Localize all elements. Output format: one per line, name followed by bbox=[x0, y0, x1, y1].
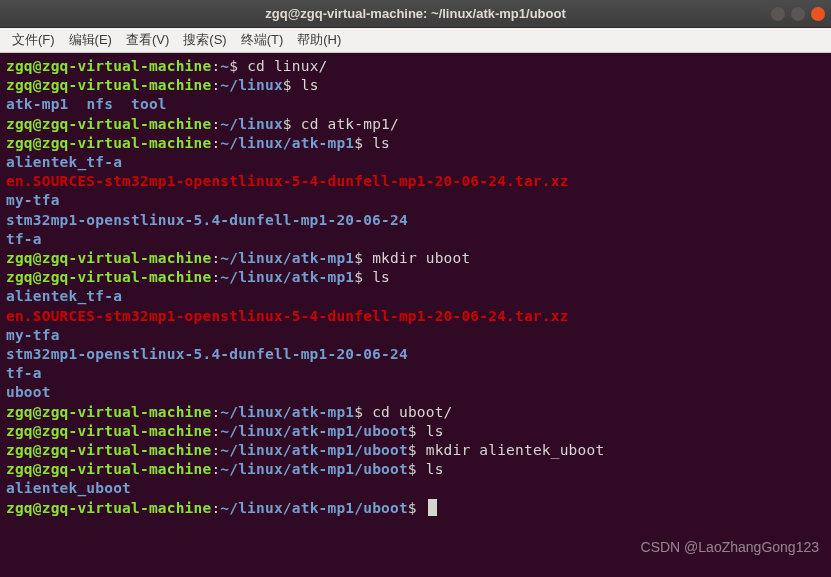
prompt-sep: : bbox=[211, 58, 220, 74]
ls-output: en.SOURCES-stm32mp1-openstlinux-5-4-dunf… bbox=[6, 172, 825, 191]
terminal-line: zgq@zgq-virtual-machine:~$ cd linux/ bbox=[6, 57, 825, 76]
command-text: ls bbox=[426, 461, 444, 477]
terminal-line: zgq@zgq-virtual-machine:~/linux/atk-mp1$… bbox=[6, 268, 825, 287]
minimize-button[interactable] bbox=[771, 7, 785, 21]
terminal-line: zgq@zgq-virtual-machine:~/linux/atk-mp1/… bbox=[6, 460, 825, 479]
terminal-area[interactable]: zgq@zgq-virtual-machine:~$ cd linux/ zgq… bbox=[0, 53, 831, 577]
menu-file[interactable]: 文件(F) bbox=[6, 29, 61, 51]
dir-entry: tool bbox=[131, 96, 167, 112]
ls-output: en.SOURCES-stm32mp1-openstlinux-5-4-dunf… bbox=[6, 307, 825, 326]
ls-output: uboot bbox=[6, 383, 825, 402]
dir-entry: tf-a bbox=[6, 231, 42, 247]
ls-output: alientek_uboot bbox=[6, 479, 825, 498]
command-text: ls bbox=[426, 423, 444, 439]
dir-entry: uboot bbox=[6, 384, 51, 400]
window-title: zgq@zgq-virtual-machine: ~/linux/atk-mp1… bbox=[265, 6, 566, 21]
command-text: ls bbox=[372, 269, 390, 285]
ls-output: my-tfa bbox=[6, 191, 825, 210]
dir-entry: tf-a bbox=[6, 365, 42, 381]
ls-output: stm32mp1-openstlinux-5.4-dunfell-mp1-20-… bbox=[6, 345, 825, 364]
command-text: ls bbox=[372, 135, 390, 151]
menu-help[interactable]: 帮助(H) bbox=[291, 29, 347, 51]
cursor-icon bbox=[428, 499, 437, 516]
dir-entry: atk-mp1 bbox=[6, 96, 69, 112]
dir-entry: nfs bbox=[86, 96, 113, 112]
dir-entry: my-tfa bbox=[6, 192, 60, 208]
close-button[interactable] bbox=[811, 7, 825, 21]
dir-entry: alientek_tf-a bbox=[6, 154, 122, 170]
window-titlebar: zgq@zgq-virtual-machine: ~/linux/atk-mp1… bbox=[0, 0, 831, 28]
terminal-line: zgq@zgq-virtual-machine:~/linux/atk-mp1$… bbox=[6, 403, 825, 422]
ls-output: alientek_tf-a bbox=[6, 153, 825, 172]
terminal-line: zgq@zgq-virtual-machine:~/linux/atk-mp1/… bbox=[6, 499, 825, 518]
dir-entry: alientek_uboot bbox=[6, 480, 131, 496]
ls-output: my-tfa bbox=[6, 326, 825, 345]
ls-output: stm32mp1-openstlinux-5.4-dunfell-mp1-20-… bbox=[6, 211, 825, 230]
terminal-line: zgq@zgq-virtual-machine:~/linux/atk-mp1$… bbox=[6, 134, 825, 153]
menu-terminal[interactable]: 终端(T) bbox=[235, 29, 290, 51]
window-controls bbox=[771, 7, 825, 21]
terminal-line: zgq@zgq-virtual-machine:~/linux$ cd atk-… bbox=[6, 115, 825, 134]
ls-output: atk-mp1 nfs tool bbox=[6, 95, 825, 114]
dir-entry: stm32mp1-openstlinux-5.4-dunfell-mp1-20-… bbox=[6, 212, 408, 228]
command-text: cd linux/ bbox=[247, 58, 327, 74]
ls-output: tf-a bbox=[6, 230, 825, 249]
prompt-path: ~ bbox=[220, 58, 229, 74]
archive-entry: en.SOURCES-stm32mp1-openstlinux-5-4-dunf… bbox=[6, 173, 569, 189]
menu-view[interactable]: 查看(V) bbox=[120, 29, 175, 51]
command-text: cd atk-mp1/ bbox=[301, 116, 399, 132]
terminal-line: zgq@zgq-virtual-machine:~/linux$ ls bbox=[6, 76, 825, 95]
maximize-button[interactable] bbox=[791, 7, 805, 21]
dir-entry: alientek_tf-a bbox=[6, 288, 122, 304]
command-text: mkdir uboot bbox=[372, 250, 470, 266]
command-text: cd uboot/ bbox=[372, 404, 452, 420]
prompt-user: zgq@zgq-virtual-machine bbox=[6, 77, 211, 93]
command-text: ls bbox=[301, 77, 319, 93]
terminal-line: zgq@zgq-virtual-machine:~/linux/atk-mp1/… bbox=[6, 441, 825, 460]
ls-output: alientek_tf-a bbox=[6, 287, 825, 306]
ls-output: tf-a bbox=[6, 364, 825, 383]
prompt-user: zgq@zgq-virtual-machine bbox=[6, 58, 211, 74]
archive-entry: en.SOURCES-stm32mp1-openstlinux-5-4-dunf… bbox=[6, 308, 569, 324]
menu-bar: 文件(F) 编辑(E) 查看(V) 搜索(S) 终端(T) 帮助(H) bbox=[0, 28, 831, 53]
prompt-dollar: $ bbox=[229, 58, 238, 74]
prompt-path: ~/linux bbox=[220, 77, 283, 93]
terminal-line: zgq@zgq-virtual-machine:~/linux/atk-mp1$… bbox=[6, 249, 825, 268]
terminal-line: zgq@zgq-virtual-machine:~/linux/atk-mp1/… bbox=[6, 422, 825, 441]
command-text: mkdir alientek_uboot bbox=[426, 442, 605, 458]
menu-edit[interactable]: 编辑(E) bbox=[63, 29, 118, 51]
dir-entry: my-tfa bbox=[6, 327, 60, 343]
dir-entry: stm32mp1-openstlinux-5.4-dunfell-mp1-20-… bbox=[6, 346, 408, 362]
menu-search[interactable]: 搜索(S) bbox=[177, 29, 232, 51]
